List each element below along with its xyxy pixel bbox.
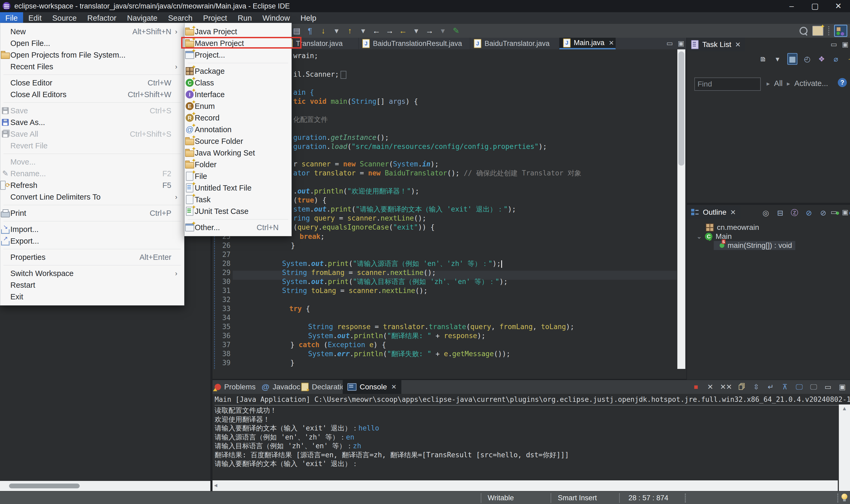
menu-item-properties[interactable]: PropertiesAlt+Enter — [0, 251, 184, 263]
search-icon[interactable] — [800, 27, 808, 35]
task-list-tab[interactable]: Task List ✕ — [687, 38, 745, 52]
minimize-view-icon[interactable]: ▭ — [831, 208, 837, 216]
tab-close-icon[interactable]: ✕ — [391, 383, 397, 391]
dropdown-icon[interactable]: ▾ — [359, 25, 368, 36]
maximize-view-icon[interactable]: ▣ — [678, 39, 684, 48]
dropdown-dim-icon[interactable]: ▾ — [438, 25, 447, 36]
next-annotation-icon[interactable]: ↓ — [319, 25, 328, 36]
menu-item-close-editor[interactable]: Close EditorCtrl+W — [0, 77, 184, 89]
scroll-lock-icon[interactable]: ⇳ — [752, 382, 761, 392]
maximize-view-icon[interactable]: ▣ — [842, 40, 848, 49]
console-tab-declaration[interactable]: Declaration — [301, 380, 350, 394]
terminate-icon[interactable]: ■ — [691, 382, 700, 392]
menu-item-folder[interactable]: ✦Folder — [185, 159, 291, 170]
last-edit-location-icon[interactable]: ✎ — [452, 25, 461, 36]
menu-item-new[interactable]: NewAlt+Shift+N› — [0, 26, 184, 37]
categorized-icon[interactable]: ▦ — [787, 53, 797, 65]
filter-person-icon[interactable]: ⍭ — [846, 54, 850, 64]
mark-occurrences-icon[interactable]: ▤ — [292, 25, 301, 36]
console-vscrollbar[interactable]: ▴ — [839, 404, 850, 491]
menu-item-open-file[interactable]: Open File... — [0, 37, 184, 49]
editor-tab-baidutranslator.java[interactable]: JBaiduTranslator.java — [470, 38, 559, 49]
outline-tab[interactable]: Outline ✕ — [687, 205, 740, 219]
menu-item-import[interactable]: ↘Import... — [0, 223, 184, 235]
menu-item-maven-project[interactable]: M✦Maven Project — [185, 37, 291, 49]
maximize-view-icon[interactable]: ▣ — [842, 208, 848, 216]
close-icon[interactable]: ✕ — [730, 208, 736, 217]
scheduled-icon[interactable]: ◴ — [803, 54, 812, 64]
outline-item-Main[interactable]: ⌄C▸Main — [696, 232, 732, 241]
scroll-up-icon[interactable]: ▴ — [843, 404, 846, 412]
console-output[interactable]: 读取配置文件成功！欢迎使用翻译器！请输入要翻译的文本（输入 'exit' 退出）… — [215, 406, 836, 468]
console-tab-javadoc[interactable]: @Javadoc — [262, 380, 300, 394]
menubar-item-help[interactable]: Help — [295, 12, 322, 24]
minimize-view-icon[interactable]: ▭ — [666, 39, 673, 48]
focus-icon[interactable]: ◎ — [761, 208, 770, 218]
menu-item-close-all-editors[interactable]: Close All EditorsCtrl+Shift+W — [0, 89, 184, 100]
console-tab-problems[interactable]: Problems — [215, 380, 256, 394]
minimize-view-icon[interactable]: ▭ — [831, 40, 837, 49]
menu-item-untitled-text-file[interactable]: ✦Untitled Text File — [185, 182, 291, 194]
open-perspective-icon[interactable] — [812, 26, 823, 36]
editor-vscrollbar[interactable] — [677, 49, 685, 369]
menu-item-annotation[interactable]: @✦Annotation — [185, 124, 291, 136]
open-console-icon[interactable]: 🖵 — [809, 382, 818, 392]
menubar-item-window[interactable]: Window — [257, 12, 295, 24]
menu-item-other[interactable]: ✦Other...Ctrl+N — [185, 222, 291, 233]
menu-item-convert-line-delimiters-to[interactable]: Convert Line Delimiters To› — [0, 191, 184, 203]
menu-item-open-projects-from-file-system[interactable]: Open Projects from File System... — [0, 49, 184, 61]
hide-completed-icon[interactable]: ⌀ — [831, 54, 840, 64]
menubar-item-project[interactable]: Project — [198, 12, 232, 24]
minimize-icon[interactable]: – — [780, 0, 803, 12]
back-history-icon[interactable]: ← — [372, 25, 381, 36]
outline-item-cn.meowrain[interactable]: cn.meowrain — [706, 223, 759, 232]
menu-item-task[interactable]: ✦Task — [185, 194, 291, 205]
menubar-item-file[interactable]: File — [0, 12, 23, 24]
menubar-item-edit[interactable]: Edit — [23, 12, 47, 24]
forward-history-icon[interactable]: → — [385, 25, 394, 36]
scope-all[interactable]: All — [774, 79, 782, 88]
presentation-icon[interactable]: ❖ — [817, 54, 826, 64]
console-hscrollbar[interactable]: ◂ — [212, 480, 838, 491]
menu-item-recent-files[interactable]: Recent Files› — [0, 61, 184, 72]
maximize-icon[interactable]: ▣ — [838, 382, 847, 392]
menu-item-java-project[interactable]: J✦Java Project — [185, 26, 291, 37]
menu-item-record[interactable]: R✦Record — [185, 112, 291, 124]
find-input[interactable]: Find — [694, 77, 761, 91]
outline-item-main[interactable]: Smain(String[]) : void — [714, 241, 795, 250]
forward-icon[interactable]: → — [425, 25, 434, 36]
menu-item-interface[interactable]: I✦Interface — [185, 89, 291, 100]
editor-tab-main.java[interactable]: JMain.java✕ — [559, 38, 616, 49]
editor-tab-translator.java[interactable]: JTranslator.java — [281, 38, 359, 49]
menu-item-export[interactable]: ↗Export... — [0, 235, 184, 247]
remove-all-launches-icon[interactable]: ✕✕ — [720, 382, 732, 392]
menubar-item-search[interactable]: Search — [163, 12, 198, 24]
scroll-left-icon[interactable]: ◂ — [214, 482, 217, 489]
dropdown-icon[interactable]: ▾ — [773, 54, 782, 64]
menu-item-file[interactable]: ✦File — [185, 170, 291, 182]
menubar-item-source[interactable]: Source — [47, 12, 82, 24]
editor-tab-baidutranslationresult.java[interactable]: JBaiduTranslationResult.java — [359, 38, 470, 49]
menu-item-class[interactable]: C✦Class — [185, 77, 291, 89]
close-icon[interactable]: ✕ — [735, 41, 741, 49]
menu-item-java-working-set[interactable]: J✦Java Working Set — [185, 147, 291, 159]
new-task-icon[interactable]: 🗈 — [759, 54, 768, 64]
dropdown-icon[interactable]: ▾ — [332, 25, 341, 36]
menu-item-source-folder[interactable]: ▦✦Source Folder — [185, 136, 291, 147]
maximize-icon[interactable]: ▢ — [803, 0, 827, 12]
dropdown-icon[interactable]: ▾ — [412, 25, 421, 36]
display-selected-icon[interactable]: 🖵 — [795, 382, 804, 392]
clear-console-icon[interactable]: 🗍 — [738, 382, 746, 392]
close-icon[interactable]: ✕ — [827, 0, 850, 12]
hide-static-icon[interactable]: ⊘ — [819, 208, 828, 218]
menubar-item-navigate[interactable]: Navigate — [122, 12, 162, 24]
remove-launch-icon[interactable]: ✕ — [706, 382, 715, 392]
tab-close-icon[interactable]: ✕ — [609, 39, 614, 47]
lightbulb-icon[interactable] — [842, 494, 847, 500]
collapse-all-icon[interactable]: ⊟ — [776, 208, 785, 218]
menu-item-enum[interactable]: E✦Enum — [185, 100, 291, 112]
horizontal-sash[interactable] — [687, 203, 850, 205]
menubar-item-run[interactable]: Run — [232, 12, 257, 24]
pin-console-icon[interactable]: ⊼ — [780, 382, 790, 392]
chevron-down-icon[interactable]: ⌄ — [696, 233, 702, 240]
